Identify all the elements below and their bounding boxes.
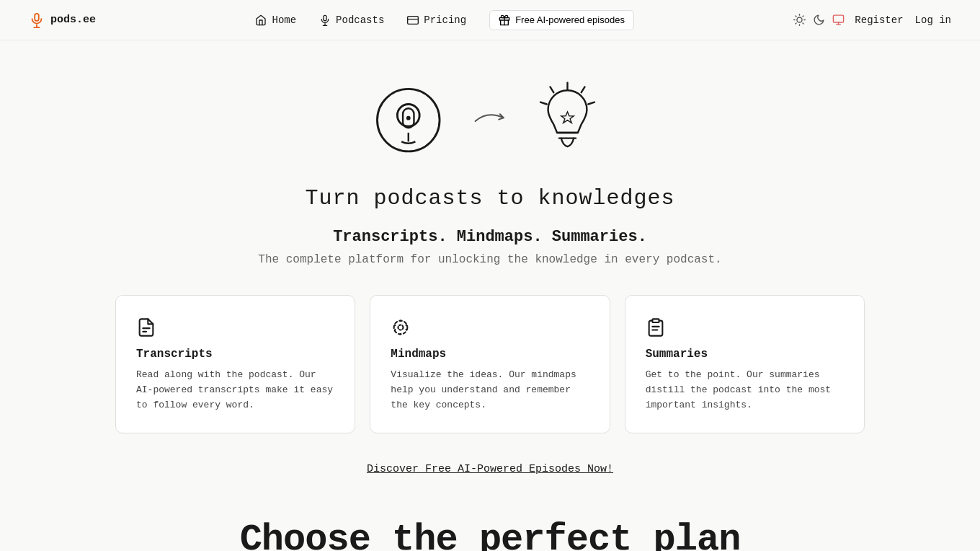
feature-card-transcripts: Transcripts Read along with the podcast.… — [115, 295, 355, 433]
nav-pricing-label: Pricing — [424, 14, 466, 26]
nav-podcasts[interactable]: Podcasts — [319, 14, 384, 26]
svg-point-38 — [394, 321, 408, 335]
login-link[interactable]: Log in — [915, 14, 951, 26]
svg-point-37 — [398, 325, 404, 330]
nav-home[interactable]: Home — [255, 14, 296, 26]
clipboard-icon — [646, 317, 666, 338]
svg-rect-45 — [652, 319, 659, 322]
svg-line-41 — [406, 330, 407, 330]
lightbulb-icon-wrap — [520, 75, 614, 169]
svg-line-17 — [796, 23, 796, 24]
svg-line-29 — [550, 87, 553, 92]
mindmaps-desc: Visualize the ideas. Our mindmaps help y… — [391, 368, 589, 413]
hero-subtitle-bold: Transcripts. Mindmaps. Summaries. — [333, 228, 647, 246]
svg-rect-6 — [408, 16, 419, 24]
logo[interactable]: pods.ee — [29, 12, 96, 28]
svg-point-26 — [406, 115, 410, 120]
summaries-desc: Get to the point. Our summaries distill … — [646, 368, 844, 413]
hero-tagline: Turn podcasts to knowledges — [305, 186, 674, 211]
svg-line-31 — [540, 102, 547, 104]
nav-right: Register Log in — [793, 14, 951, 26]
svg-point-22 — [377, 89, 440, 151]
free-episodes-button[interactable]: Free AI-powered episodes — [489, 10, 634, 30]
feature-cards: Transcripts Read along with the podcast.… — [94, 295, 886, 433]
file-icon — [136, 317, 156, 338]
podcast-svg-icon — [368, 77, 458, 167]
pricing-header-title: Choose the perfect plan — [14, 519, 966, 551]
sun-icon[interactable] — [793, 14, 806, 26]
svg-line-40 — [406, 325, 407, 326]
svg-line-18 — [803, 16, 803, 17]
monitor-icon[interactable] — [832, 14, 845, 26]
mic-icon — [319, 14, 331, 26]
svg-line-44 — [395, 325, 396, 326]
mic-logo-icon — [29, 12, 45, 28]
feature-card-summaries: Summaries Get to the point. Our summarie… — [625, 295, 865, 433]
cta-link[interactable]: Discover Free AI-Powered Episodes Now! — [367, 463, 613, 475]
mindmap-icon — [391, 317, 411, 338]
summaries-title: Summaries — [646, 348, 708, 361]
navbar: pods.ee Home Podcasts — [0, 0, 980, 40]
arrow-icon — [474, 107, 506, 129]
card-icon — [407, 14, 419, 26]
transcripts-desc: Read along with the podcast. Our AI-powe… — [136, 368, 334, 413]
auth-links: Register Log in — [855, 14, 951, 26]
transcripts-title: Transcripts — [136, 348, 213, 361]
svg-rect-3 — [324, 15, 326, 20]
svg-line-14 — [803, 23, 803, 24]
podcast-icon-wrap — [366, 75, 460, 169]
register-link[interactable]: Register — [855, 14, 903, 26]
svg-line-43 — [395, 330, 396, 330]
nav-home-label: Home — [272, 14, 296, 26]
nav-podcasts-label: Podcasts — [336, 14, 384, 26]
arrow-svg — [474, 107, 506, 129]
hero-section: Turn podcasts to knowledges Transcripts.… — [0, 40, 980, 295]
free-episodes-label: Free AI-powered episodes — [515, 14, 625, 25]
nav-center: Home Podcasts Pricing — [255, 10, 633, 30]
svg-marker-34 — [561, 112, 573, 123]
svg-rect-19 — [834, 15, 844, 22]
lightbulb-svg-icon — [522, 77, 612, 167]
hero-subtitle-light: The complete platform for unlocking the … — [258, 253, 721, 266]
svg-line-28 — [581, 87, 584, 92]
svg-line-13 — [796, 16, 796, 17]
theme-controls — [793, 14, 845, 26]
logo-text: pods.ee — [50, 14, 96, 26]
nav-pricing[interactable]: Pricing — [407, 14, 466, 26]
hero-illustration — [366, 75, 614, 169]
gift-icon — [499, 14, 510, 26]
pricing-header: Choose the perfect plan — [0, 511, 980, 551]
moon-icon[interactable] — [813, 14, 825, 26]
svg-point-10 — [797, 17, 802, 22]
mindmaps-title: Mindmaps — [391, 348, 446, 361]
home-icon — [255, 14, 267, 26]
feature-card-mindmaps: Mindmaps Visualize the ideas. Our mindma… — [370, 295, 610, 433]
cta-section: Discover Free AI-Powered Episodes Now! — [0, 462, 980, 475]
svg-rect-0 — [35, 13, 39, 20]
svg-line-30 — [588, 102, 594, 104]
